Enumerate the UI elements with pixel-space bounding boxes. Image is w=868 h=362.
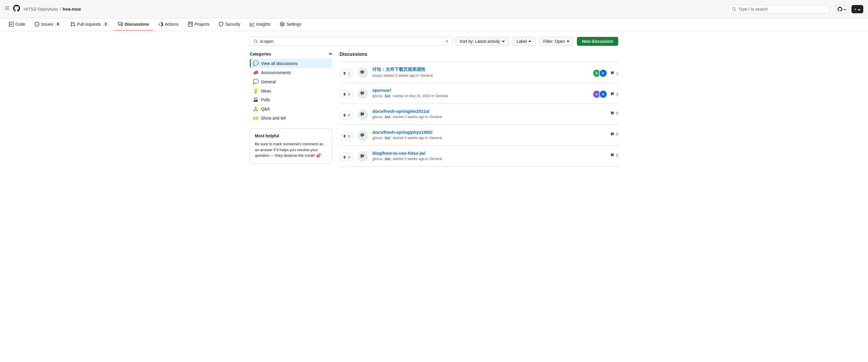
ideas-icon: 💡 — [253, 88, 259, 94]
discussion-right-3: 0 — [611, 111, 618, 116]
all-discussions-icon: 💬 — [253, 61, 259, 66]
sidebar-item-show-and-tell[interactable]: 🙌 Show and tell — [250, 113, 333, 123]
tab-discussions-label: Discussions — [125, 22, 149, 27]
copilot-button[interactable] — [835, 5, 849, 13]
avatar-2b: G — [599, 90, 607, 98]
search-placeholder: Type / to search — [738, 7, 768, 11]
discussion-body-3: docs/fresh-spring/ee1011a/ giscus bot st… — [372, 109, 607, 119]
discussion-title-4[interactable]: docs/fresh-spring/phys1002/ — [372, 130, 607, 134]
new-button[interactable]: + — [851, 5, 863, 13]
sort-button[interactable]: Sort by: Latest activity — [455, 37, 509, 46]
discussion-author-2[interactable]: giscus — [372, 94, 382, 98]
hamburger-icon[interactable] — [5, 6, 9, 12]
tab-discussions[interactable]: Discussions — [114, 18, 153, 31]
search-value: is:open — [260, 39, 273, 44]
vote-button-4[interactable]: 0 — [340, 132, 353, 140]
tab-actions[interactable]: Actions — [154, 18, 183, 31]
filter-label: Filter: Open — [543, 39, 565, 44]
qna-label: Q&A — [261, 107, 270, 111]
discussion-title-5[interactable]: blog/how-to-use-hitsz-jw/ — [372, 151, 607, 156]
polls-icon: 🗳 — [253, 97, 259, 102]
main-content: is:open × Sort by: Latest activity Label… — [245, 31, 623, 173]
discussion-title-2[interactable]: sponsor/ — [372, 88, 588, 93]
categories-header: Categories ✏ — [250, 52, 333, 56]
sidebar-item-polls[interactable]: 🗳 Polls — [250, 95, 333, 104]
general-icon: 💭 — [253, 79, 259, 85]
discussion-author-5[interactable]: giscus — [372, 157, 382, 161]
all-discussions-label: View all discussions — [261, 61, 298, 66]
discussion-meta-5: giscus bot started 3 weeks ago in Genera… — [372, 157, 607, 161]
sidebar-item-announcements[interactable]: 📣 Announcements — [250, 68, 333, 77]
vote-count-1: 1 — [348, 71, 350, 76]
label-button[interactable]: Label — [512, 37, 536, 46]
tab-issues-label: Issues — [41, 22, 53, 27]
discussion-category-3[interactable]: General — [429, 115, 442, 119]
discussion-right-5: 0 — [611, 153, 618, 157]
sidebar-item-ideas[interactable]: 💡 Ideas — [250, 86, 333, 95]
label-label: Label — [517, 39, 527, 44]
discussion-meta-1: kowyo started 2 weeks ago in General — [372, 73, 588, 78]
edit-categories-icon[interactable]: ✏ — [329, 52, 333, 56]
table-row: 0 blog/how-to-use-hitsz-jw/ giscus bot s… — [340, 146, 618, 167]
tab-insights[interactable]: Insights — [246, 18, 275, 31]
tab-issues[interactable]: Issues 6 — [30, 18, 65, 31]
discussion-right-4: 0 — [611, 132, 618, 137]
discussion-category-4[interactable]: General — [429, 136, 442, 140]
tab-security-label: Security — [225, 22, 240, 27]
tab-pulls-label: Pull requests — [77, 22, 101, 27]
discussion-title-1[interactable]: 讨论：文件下载页面美观性 — [372, 67, 588, 72]
comment-count-5: 0 — [611, 153, 618, 157]
tab-pull-requests[interactable]: Pull requests 3 — [66, 18, 113, 31]
discussion-search[interactable]: is:open × — [250, 37, 452, 46]
comment-count-2: 3 — [611, 92, 618, 96]
categories-title: Categories — [250, 52, 271, 56]
tab-actions-label: Actions — [165, 22, 179, 27]
clear-search-button[interactable]: × — [445, 39, 448, 44]
tab-code[interactable]: Code — [5, 18, 29, 31]
sidebar-item-qna[interactable]: 🙏 Q&A — [250, 104, 333, 113]
discussion-meta-4: giscus bot started 2 weeks ago in Genera… — [372, 136, 607, 140]
pulls-badge: 3 — [103, 22, 109, 27]
vote-count-4: 0 — [348, 134, 350, 139]
tab-insights-label: Insights — [256, 22, 271, 27]
most-helpful-title: Most helpful — [255, 133, 328, 138]
discussion-right-1: K G 1 — [593, 69, 618, 78]
bot-badge-2: bot — [383, 94, 392, 98]
sidebar-item-general[interactable]: 💭 General — [250, 77, 333, 86]
global-search[interactable]: Type / to search — [728, 5, 829, 13]
polls-label: Polls — [261, 97, 270, 102]
announcements-label: Announcements — [261, 70, 291, 75]
discussions-header: Discussions — [340, 52, 618, 57]
discussion-author-1[interactable]: kowyo — [372, 73, 382, 78]
discussion-category-1[interactable]: General — [420, 73, 433, 78]
tab-security[interactable]: Security — [215, 18, 244, 31]
discussion-author-4[interactable]: giscus — [372, 136, 382, 140]
repo-name[interactable]: hoa-moe — [63, 6, 81, 11]
tab-code-label: Code — [16, 22, 25, 27]
bot-badge-4: bot — [383, 136, 392, 140]
vote-button-3[interactable]: 0 — [340, 111, 353, 119]
discussion-category-2[interactable]: General — [435, 94, 448, 98]
top-nav: HITSZ-OpenAuto / hoa-moe Type / to searc… — [0, 0, 868, 18]
discussion-author-3[interactable]: giscus — [372, 115, 382, 119]
participant-avatars-2: U G — [593, 90, 607, 98]
tab-settings-label: Settings — [286, 22, 302, 27]
tab-projects[interactable]: Projects — [184, 18, 214, 31]
org-name[interactable]: HITSZ-OpenAuto — [24, 6, 58, 11]
sub-nav: Code Issues 6 Pull requests 3 Discussion… — [0, 18, 868, 31]
github-logo[interactable] — [13, 5, 20, 13]
filter-button[interactable]: Filter: Open — [539, 37, 574, 46]
vote-button-2[interactable]: 0 — [340, 90, 353, 98]
tab-settings[interactable]: Settings — [276, 18, 306, 31]
tab-projects-label: Projects — [194, 22, 210, 27]
table-row: 1 讨论：文件下载页面美观性 kowyo started 2 weeks ago… — [340, 62, 618, 83]
discussion-title-3[interactable]: docs/fresh-spring/ee1011a/ — [372, 109, 607, 114]
sidebar-item-all[interactable]: 💬 View all discussions — [250, 59, 333, 68]
discussion-category-5[interactable]: General — [429, 157, 442, 161]
vote-button-1[interactable]: 1 — [340, 69, 353, 78]
new-discussion-button[interactable]: New discussion — [577, 37, 618, 46]
sort-label: Sort by: Latest activity — [460, 39, 500, 44]
discussion-body-2: sponsor/ giscus bot started on Mar 24, 2… — [372, 88, 588, 98]
vote-button-5[interactable]: 0 — [340, 153, 353, 161]
show-and-tell-icon: 🙌 — [253, 115, 259, 121]
